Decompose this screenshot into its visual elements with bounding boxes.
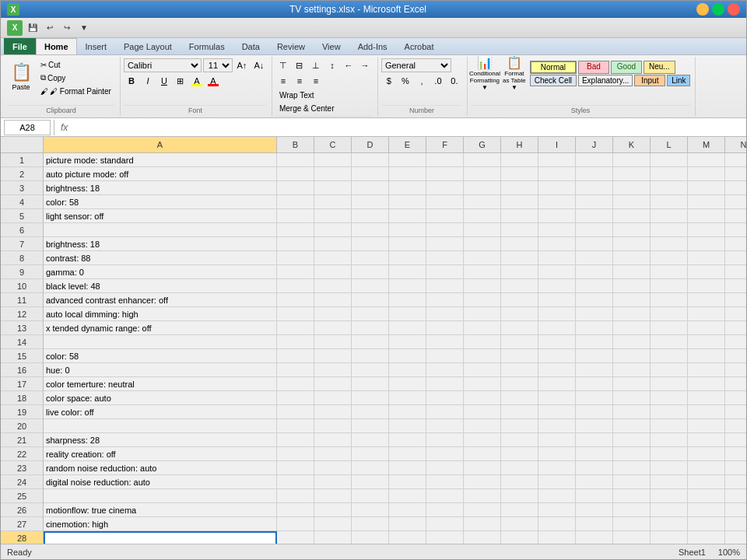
cell-g17[interactable] [464,377,501,391]
cell-i20[interactable] [538,419,576,433]
cell-n21[interactable] [725,433,746,447]
number-format-select[interactable]: General [381,58,451,72]
style-good[interactable]: Good [611,61,642,74]
cell-j5[interactable] [576,209,613,223]
col-header-c[interactable]: C [314,137,352,152]
cell-f11[interactable] [426,293,464,307]
cell-k7[interactable] [613,237,651,251]
col-header-i[interactable]: I [538,137,576,152]
cell-l8[interactable] [651,251,688,265]
cell-g15[interactable] [464,349,501,363]
align-middle-btn[interactable]: ⊟ [292,58,307,72]
cell-h12[interactable] [501,307,538,321]
cell-n13[interactable] [725,321,746,335]
cell-h22[interactable] [501,447,538,461]
format-painter-button[interactable]: 🖌 🖌 Format Painter [37,85,115,97]
cell-m7[interactable] [688,237,725,251]
cell-b24[interactable] [277,475,314,489]
cell-l9[interactable] [651,265,688,279]
cell-h28[interactable] [501,531,538,544]
cell-n14[interactable] [725,335,746,349]
cell-h25[interactable] [501,489,538,503]
cell-m5[interactable] [688,209,725,223]
cell-c16[interactable] [314,363,352,377]
cell-k23[interactable] [613,461,651,475]
cell-d21[interactable] [352,433,389,447]
cell-l20[interactable] [651,419,688,433]
cell-j18[interactable] [576,391,613,405]
italic-button[interactable]: I [140,74,156,88]
cell-f13[interactable] [426,321,464,335]
cell-l23[interactable] [651,461,688,475]
increase-font-btn[interactable]: A↑ [234,58,250,72]
cell-j16[interactable] [576,363,613,377]
cell-m27[interactable] [688,517,725,531]
cell-m22[interactable] [688,447,725,461]
cell-f3[interactable] [426,181,464,195]
cell-g6[interactable] [464,223,501,237]
row-header-3[interactable]: 3 [1,181,43,195]
cell-d25[interactable] [352,489,389,503]
cell-c4[interactable] [314,195,352,209]
cell-a14[interactable] [44,335,277,349]
cell-i8[interactable] [538,251,576,265]
row-header-17[interactable]: 17 [1,377,43,391]
cell-j11[interactable] [576,293,613,307]
cell-g26[interactable] [464,503,501,517]
cell-e5[interactable] [389,209,426,223]
cell-g11[interactable] [464,293,501,307]
cell-h9[interactable] [501,265,538,279]
cell-f4[interactable] [426,195,464,209]
cell-g4[interactable] [464,195,501,209]
cell-e11[interactable] [389,293,426,307]
cell-j21[interactable] [576,433,613,447]
row-header-21[interactable]: 21 [1,433,43,447]
cell-b20[interactable] [277,419,314,433]
tab-view[interactable]: View [314,38,349,54]
col-header-l[interactable]: L [651,137,688,152]
cell-i12[interactable] [538,307,576,321]
style-normal[interactable]: Normal [530,61,577,74]
cell-l5[interactable] [651,209,688,223]
row-header-23[interactable]: 23 [1,461,43,475]
cell-b15[interactable] [277,349,314,363]
cell-c15[interactable] [314,349,352,363]
cell-a22[interactable]: reality creation: off [44,447,277,461]
cell-i24[interactable] [538,475,576,489]
cell-b21[interactable] [277,433,314,447]
cell-e25[interactable] [389,489,426,503]
cell-d14[interactable] [352,335,389,349]
tab-file[interactable]: File [4,38,36,54]
cell-a15[interactable]: color: 58 [44,349,277,363]
cell-a10[interactable]: black level: 48 [44,279,277,293]
cell-m23[interactable] [688,461,725,475]
cell-n16[interactable] [725,363,746,377]
cell-k21[interactable] [613,433,651,447]
cell-h14[interactable] [501,335,538,349]
cell-k9[interactable] [613,265,651,279]
cell-f5[interactable] [426,209,464,223]
cell-m14[interactable] [688,335,725,349]
cell-k2[interactable] [613,167,651,181]
cell-m11[interactable] [688,293,725,307]
cell-h27[interactable] [501,517,538,531]
align-top-btn[interactable]: ⊤ [275,58,291,72]
cell-j9[interactable] [576,265,613,279]
cell-c9[interactable] [314,265,352,279]
cell-h24[interactable] [501,475,538,489]
cell-f25[interactable] [426,489,464,503]
cell-a24[interactable]: digital noise reduction: auto [44,475,277,489]
cell-f21[interactable] [426,433,464,447]
cell-j3[interactable] [576,181,613,195]
cell-k19[interactable] [613,405,651,419]
cell-m6[interactable] [688,223,725,237]
cell-j15[interactable] [576,349,613,363]
cell-j17[interactable] [576,377,613,391]
cell-k14[interactable] [613,335,651,349]
undo-quick-btn[interactable]: ↩ [43,21,57,35]
cell-d28[interactable] [352,531,389,544]
cell-m21[interactable] [688,433,725,447]
row-header-16[interactable]: 16 [1,363,43,377]
cell-c1[interactable] [314,153,352,167]
cell-l2[interactable] [651,167,688,181]
